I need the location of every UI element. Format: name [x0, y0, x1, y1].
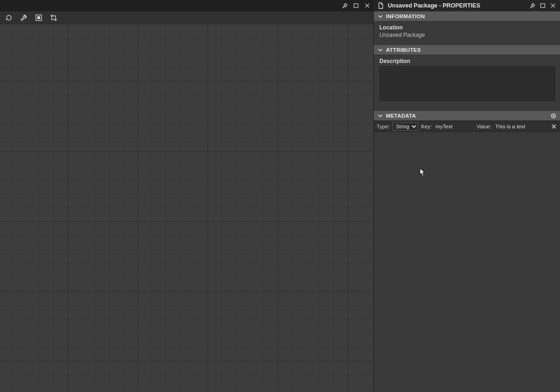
close-icon[interactable]	[364, 2, 371, 9]
svg-rect-2	[37, 16, 40, 19]
metadata-row: Type: String Key: Value:	[374, 121, 560, 132]
maximize-icon[interactable]	[353, 2, 359, 9]
graph-panel	[0, 0, 373, 392]
section-title-attributes: ATTRIBUTES	[386, 47, 421, 53]
metadata-type-label: Type:	[377, 124, 390, 129]
section-body-attributes: Description	[374, 55, 560, 107]
description-input[interactable]	[379, 66, 555, 101]
refresh-icon[interactable]	[5, 14, 13, 22]
metadata-value-input[interactable]	[494, 122, 539, 131]
add-metadata-icon[interactable]	[551, 113, 556, 119]
graph-canvas[interactable]	[0, 24, 373, 392]
location-label: Location	[379, 24, 555, 31]
document-icon	[378, 2, 384, 9]
chevron-down-icon	[378, 47, 383, 53]
properties-panel: Unsaved Package - PROPERTIES INFORMATION…	[373, 0, 560, 392]
graph-toolbar	[0, 11, 373, 24]
app-root: Unsaved Package - PROPERTIES INFORMATION…	[0, 0, 560, 392]
chevron-down-icon	[378, 113, 383, 119]
svg-rect-3	[541, 4, 545, 7]
section-header-metadata[interactable]: METADATA	[374, 111, 560, 121]
section-header-attributes[interactable]: ATTRIBUTES	[374, 45, 560, 55]
section-body-information: Location Unsaved Package	[374, 21, 560, 45]
metadata-key-label: Key:	[421, 124, 432, 129]
crop-icon[interactable]	[49, 14, 58, 22]
metadata-row-delete-icon[interactable]	[551, 123, 557, 130]
graph-titlebar	[0, 0, 373, 11]
properties-titlebar: Unsaved Package - PROPERTIES	[374, 0, 560, 11]
metadata-key-input[interactable]	[434, 122, 474, 131]
pin-icon[interactable]	[529, 2, 536, 9]
pin-icon[interactable]	[342, 2, 348, 9]
spacer	[374, 107, 560, 111]
close-icon[interactable]	[550, 2, 556, 9]
location-value: Unsaved Package	[379, 32, 555, 38]
metadata-value-label: Value:	[476, 124, 491, 129]
section-title-information: INFORMATION	[386, 14, 425, 19]
metadata-type-select[interactable]: String	[392, 122, 418, 131]
svg-rect-0	[354, 4, 358, 7]
chevron-down-icon	[378, 14, 383, 19]
maximize-icon[interactable]	[539, 2, 546, 9]
properties-title: Unsaved Package - PROPERTIES	[388, 2, 525, 9]
section-title-metadata: METADATA	[386, 113, 416, 119]
wrench-icon[interactable]	[20, 14, 28, 22]
description-label: Description	[379, 58, 555, 64]
section-header-information[interactable]: INFORMATION	[374, 11, 560, 21]
output-icon[interactable]	[35, 14, 43, 22]
